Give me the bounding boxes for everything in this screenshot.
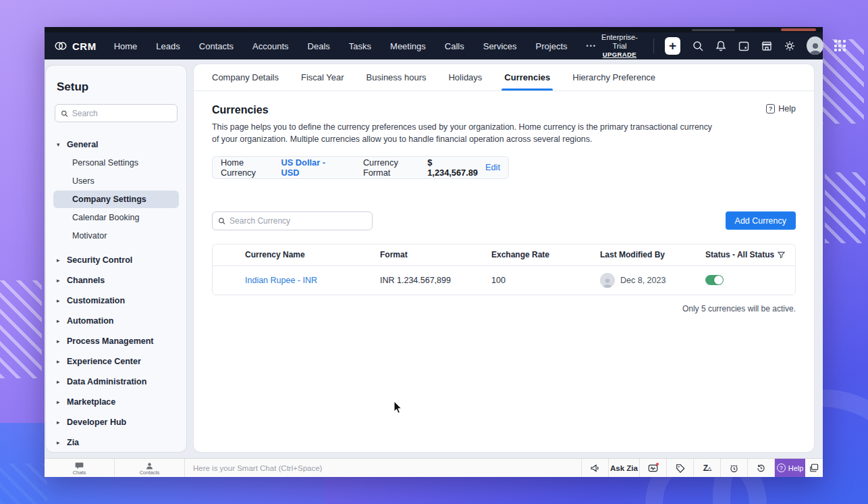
col-status-filter[interactable]: Status - All Status	[705, 250, 795, 259]
home-currency-value[interactable]: US Dollar - USD	[281, 157, 340, 178]
nav-item-projects[interactable]: Projects	[536, 41, 568, 51]
main-panel: Company Details Fiscal Year Business hou…	[194, 64, 814, 452]
sidebar-item-motivator[interactable]: Motivator	[53, 227, 179, 245]
status-toggle[interactable]	[705, 275, 724, 285]
search-icon[interactable]	[691, 39, 703, 53]
plan-name: Enterprise-Trial	[597, 33, 643, 51]
currency-search-input[interactable]	[229, 216, 367, 226]
sidebar-section-customization[interactable]: ▸ Customization	[46, 291, 186, 311]
chats-tab[interactable]: Chats	[45, 459, 115, 477]
plan-badge[interactable]: Enterprise-Trial UPGRADE	[597, 33, 643, 59]
chevron-right-icon: ▸	[57, 297, 62, 304]
zia-button[interactable]: Z▵	[694, 459, 721, 477]
ask-zia-button[interactable]: Ask Zia	[609, 459, 640, 477]
nav-item-contacts[interactable]: Contacts	[199, 41, 234, 51]
megaphone-icon	[590, 463, 600, 473]
help-button[interactable]: ? Help	[775, 459, 805, 477]
feedback-button[interactable]	[805, 459, 823, 477]
currency-search-box[interactable]	[212, 211, 373, 230]
sidebar-section-general[interactable]: ▾ General	[46, 136, 186, 153]
browser-chrome-strip	[45, 27, 823, 32]
zia-icon: Z▵	[703, 463, 711, 473]
add-currency-button[interactable]: Add Currency	[726, 211, 796, 230]
search-icon	[61, 109, 68, 118]
table-header-row: Currency Name Format Exchange Rate Last …	[213, 245, 795, 266]
sidebar-section-marketplace[interactable]: ▸ Marketplace	[46, 392, 186, 412]
sidebar-search-input[interactable]	[72, 109, 171, 118]
page-description: This page helps you to define the curren…	[212, 122, 715, 146]
app-window: CRM Home Leads Contacts Accounts Deals T…	[45, 27, 823, 477]
page-title: Currencies	[212, 104, 269, 116]
chat-bubble-icon	[75, 462, 84, 470]
nav-item-meetings[interactable]: Meetings	[390, 41, 426, 51]
currency-name-link[interactable]: Indian Rupee - INR	[245, 276, 380, 285]
alarm-clock-icon	[729, 463, 739, 473]
sidebar-item-users[interactable]: Users	[53, 172, 179, 190]
home-currency-box: Home Currency US Dollar - USD Currency F…	[212, 156, 509, 179]
plus-icon: +	[669, 39, 676, 52]
chevron-right-icon: ▸	[57, 318, 62, 324]
announcements-button[interactable]	[582, 459, 609, 477]
apps-grid-icon[interactable]	[834, 40, 846, 51]
currency-format-value: $ 1,234,567.89	[427, 157, 480, 178]
calendar-icon[interactable]	[738, 39, 750, 53]
tag-button[interactable]	[667, 459, 694, 477]
content-area: Setup ▾ General Personal Settings Users …	[45, 59, 823, 458]
nav-more-icon[interactable]: •••	[587, 43, 597, 49]
nav-item-leads[interactable]: Leads	[156, 41, 180, 51]
nav-item-deals[interactable]: Deals	[308, 41, 330, 51]
question-icon: ?	[777, 463, 786, 472]
contacts-tab[interactable]: Contacts	[115, 459, 185, 477]
crm-logo-text: CRM	[72, 41, 97, 52]
clipboard-icon	[809, 463, 819, 472]
active-currencies-note: Only 5 currencies will be active.	[212, 304, 796, 313]
sidebar-section-developer-hub[interactable]: ▸ Developer Hub	[46, 412, 186, 432]
quick-add-button[interactable]: +	[665, 37, 681, 55]
nav-item-calls[interactable]: Calls	[445, 41, 464, 51]
chevron-right-icon: ▸	[57, 338, 62, 345]
user-avatar[interactable]	[807, 36, 823, 55]
chevron-right-icon: ▸	[57, 277, 62, 284]
tab-currencies[interactable]: Currencies	[504, 64, 550, 91]
nav-item-accounts[interactable]: Accounts	[252, 41, 288, 51]
tab-company-details[interactable]: Company Details	[212, 64, 279, 91]
sidebar-section-security-control[interactable]: ▸ Security Control	[46, 250, 186, 270]
bell-icon[interactable]	[715, 39, 727, 53]
filter-funnel-icon[interactable]	[778, 251, 785, 259]
tab-hierarchy-preference[interactable]: Hierarchy Preference	[572, 64, 655, 91]
tab-business-hours[interactable]: Business hours	[367, 64, 427, 91]
sidebar-section-automation[interactable]: ▸ Automation	[46, 311, 186, 331]
sidebar-item-company-settings[interactable]: Company Settings	[53, 191, 179, 208]
currency-actions-row: Add Currency	[212, 211, 796, 230]
sidebar-search-box[interactable]	[55, 104, 178, 122]
nav-item-services[interactable]: Services	[483, 41, 517, 51]
help-doc-icon: ?	[766, 104, 775, 114]
sidebar-title: Setup	[57, 80, 186, 94]
gear-icon[interactable]	[784, 39, 796, 53]
reminders-button[interactable]	[721, 459, 748, 477]
sidebar-section-zia[interactable]: ▸ Zia	[46, 432, 186, 452]
sidebar-item-calendar-booking[interactable]: Calendar Booking	[53, 209, 179, 226]
history-button[interactable]	[748, 459, 775, 477]
sidebar-section-process-management[interactable]: ▸ Process Management	[46, 331, 186, 351]
upgrade-link[interactable]: UPGRADE	[597, 51, 643, 58]
smart-chat-bar[interactable]	[185, 459, 582, 477]
mouse-cursor	[394, 401, 403, 418]
crm-logo[interactable]: CRM	[54, 39, 97, 53]
sidebar-section-data-administration[interactable]: ▸ Data Administration	[46, 372, 186, 392]
signals-button[interactable]	[640, 459, 667, 477]
nav-item-home[interactable]: Home	[114, 41, 138, 51]
sidebar-section-channels[interactable]: ▸ Channels	[46, 270, 186, 291]
edit-link[interactable]: Edit	[485, 162, 500, 172]
nav-item-tasks[interactable]: Tasks	[349, 41, 371, 51]
table-row: Indian Rupee - INR INR 1.234.567,899 100…	[213, 266, 795, 295]
store-icon[interactable]	[761, 39, 773, 53]
sidebar-section-experience-center[interactable]: ▸ Experience Center	[46, 351, 186, 372]
sidebar-item-personal-settings[interactable]: Personal Settings	[53, 154, 179, 172]
currencies-table: Currency Name Format Exchange Rate Last …	[212, 244, 796, 295]
exchange-rate-cell: 100	[491, 276, 600, 285]
smart-chat-input[interactable]	[193, 464, 581, 472]
tab-holidays[interactable]: Holidays	[448, 64, 482, 91]
tab-fiscal-year[interactable]: Fiscal Year	[301, 64, 344, 91]
help-link[interactable]: ? Help	[766, 104, 796, 114]
